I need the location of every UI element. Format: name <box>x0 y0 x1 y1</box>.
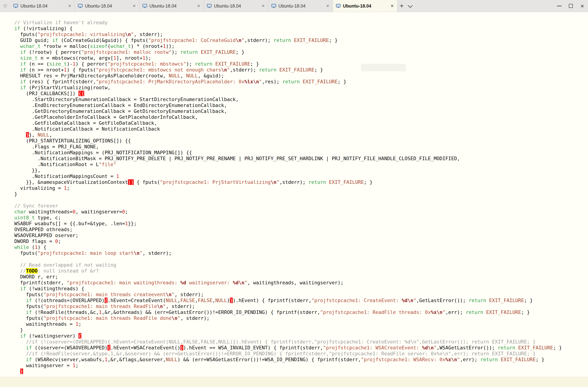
tab-label: Ubuntu-18.04 <box>149 3 194 9</box>
code-line: .NotificationCallback = NotificationCall… <box>14 126 584 132</box>
minimize-icon <box>557 6 562 6</box>
tab-5-ubuntu-18.04[interactable]: Ubuntu-18.04× <box>268 0 333 12</box>
code-line: // Sync forever <box>14 203 584 209</box>
tab-6-ubuntu-18.04[interactable]: Ubuntu-18.04× <box>333 0 397 12</box>
vm-monitor-icon <box>142 3 147 8</box>
tab-4-ubuntu-18.04[interactable]: Ubuntu-18.04× <box>204 0 268 12</box>
code-line: size_t n = mbstowcs(rootw, argv[1], nroo… <box>14 55 584 61</box>
code-line: virtualizing = 1; <box>14 185 584 191</box>
code-line: waitingserver = 1; <box>14 363 584 368</box>
code-line: if (n == (size_t)-1) { perror("projfstcp… <box>14 61 584 67</box>
vm-monitor-icon <box>13 3 18 8</box>
app-icon <box>0 0 10 12</box>
code-line: WSAOVERLAPPED oserver; <box>14 232 584 238</box>
minimize-button[interactable] <box>554 0 565 12</box>
vm-monitor-icon <box>78 3 83 8</box>
code-line: fputs("projfstcpcache1: main threads cre… <box>14 292 584 298</box>
code-line: fprintf(stderr, "projfstcpcache1: main w… <box>14 280 584 286</box>
tab-3-ubuntu-18.04[interactable]: Ubuntu-18.04× <box>139 0 204 12</box>
plus-icon: + <box>400 2 403 10</box>
code-line: } <box>14 368 584 374</box>
code-line: if (WSARecv(server,wsabufs,1,&r,&flags,&… <box>14 357 584 363</box>
code-line: .EndDirectoryEnumerationCallback = EndDi… <box>14 102 584 108</box>
code-line: if (!(othreads=(OVERLAPPED){.hEvent=Crea… <box>14 298 584 303</box>
tab-strip: Ubuntu-18.04×Ubuntu-18.04×Ubuntu-18.04×U… <box>10 0 397 12</box>
code-line <box>14 197 584 203</box>
code-line: uint8_t type, c; <box>14 215 584 220</box>
code-line: if (res) { fprintf(stderr,"projfstcpcach… <box>14 79 584 85</box>
code-line: if (PrjStartVirtualizing(rootw, <box>14 85 584 90</box>
bottom-strip <box>0 377 588 387</box>
maximize-button[interactable] <box>565 0 577 12</box>
code-line: WSABUF wsabufs[] = {{.buf=&type, .len=1}… <box>14 220 584 226</box>
code-line: fputs("projfstcpcache1: main loop start\… <box>14 250 584 256</box>
tab-label: Ubuntu-18.04 <box>21 3 65 9</box>
close-icon: × <box>581 3 584 9</box>
code-line: .Flags = PRJ_FLAG_NONE, <box>14 144 584 150</box>
code-line: if (!waitingserver) { <box>14 333 584 339</box>
tab-close-icon[interactable]: × <box>197 3 201 8</box>
vm-monitor-icon <box>207 3 212 8</box>
code-line: .StartDirectoryEnumerationCallback = Sta… <box>14 96 584 102</box>
maximize-icon <box>569 4 573 8</box>
code-line: if (!ReadFile(threads,&c,1,&r,&othreads)… <box>14 309 584 315</box>
tab-close-icon[interactable]: × <box>261 3 265 8</box>
code-line: //if (!ReadFile(server,&type,1,&r,&oserv… <box>14 351 584 357</box>
code-line: .NotificationMappings = (PRJ_NOTIFICATIO… <box>14 150 584 155</box>
code-line: fputs("projfstcpcache1: main threads Rea… <box>14 315 584 321</box>
tab-bar: Ubuntu-18.04×Ubuntu-18.04×Ubuntu-18.04×U… <box>0 0 588 12</box>
code-line: if ((oserver=(WSAOVERLAPPED){.hEvent=WSA… <box>14 345 584 351</box>
tab-label: Ubuntu-18.04 <box>85 3 130 9</box>
code-line: OVERLAPPED othreads; <box>14 226 584 232</box>
code-line: char waitingthreads=0, waitingserver=0; <box>14 209 584 215</box>
code-line: //TODO: null instead of &r? <box>14 268 584 274</box>
code-line: if (!waitingthreads) { <box>14 286 584 292</box>
code-line: if (!rootw) { perror("projfstcpcache1: m… <box>14 49 584 55</box>
code-line: .NotificationMappingsCount = 1 <box>14 173 584 179</box>
heart-icon <box>3 3 7 8</box>
code-line: waitingthreads = 1; <box>14 321 584 327</box>
vm-monitor-icon <box>271 3 276 8</box>
ghost-overlay <box>361 64 406 71</box>
vm-monitor-icon <box>336 3 341 8</box>
code-line: }}, &namespaceVirtualizationContext)) { … <box>14 179 584 185</box>
code-line: .GetDirectoryEnumerationCallback = GetDi… <box>14 108 584 114</box>
tab-close-icon[interactable]: × <box>132 3 136 8</box>
close-button[interactable]: × <box>577 0 588 12</box>
code-line: .NotificationRoot = L"file" <box>14 161 584 167</box>
code-line: (PRJ_CALLBACKS[]) {{ <box>14 90 584 96</box>
tab-1-ubuntu-18.04[interactable]: Ubuntu-18.04× <box>10 0 75 12</box>
code-line: if (n >= nroot+1) { fputs("projfstcpcach… <box>14 67 584 73</box>
code-line: if (!virtualizing) { <box>14 25 584 31</box>
code-line: fputs("projfstcpcache1: main threads Rea… <box>14 303 584 309</box>
tab-label: Ubuntu-18.04 <box>343 3 388 9</box>
code-line: .NotificationBitMask = PRJ_NOTIFY_PRE_DE… <box>14 155 584 161</box>
code-line: } <box>14 327 584 333</box>
code-line: wchar_t *rootw = malloc(sizeof(wchar_t) … <box>14 43 584 49</box>
code-line: }}, <box>14 167 584 173</box>
tab-label: Ubuntu-18.04 <box>278 3 323 9</box>
chevron-down-icon <box>408 3 413 8</box>
code-line: //if (!(oserver=(OVERLAPPED){.hEvent=Cre… <box>14 339 584 345</box>
tab-close-icon[interactable]: × <box>390 3 394 8</box>
code-line: fputs("projfstcpcache1: virtualizing\n",… <box>14 31 584 37</box>
code-line: } <box>14 191 584 197</box>
code-line: }}, NULL, <box>14 132 584 138</box>
code-line: // Virtualize if haven't already <box>14 20 584 25</box>
tab-menu-button[interactable] <box>406 0 415 12</box>
tab-label: Ubuntu-18.04 <box>214 3 259 9</box>
code-line: DWORD r, err; <box>14 274 584 280</box>
code-line: while (1) { <box>14 244 584 250</box>
code-line: GUID guid; if (CoCreateGuid(&guid)) { fp… <box>14 37 584 43</box>
tab-close-icon[interactable]: × <box>326 3 330 8</box>
code-line: HRESULT res = PrjMarkDirectoryAsPlacehol… <box>14 73 584 79</box>
tab-close-icon[interactable]: × <box>67 3 72 8</box>
new-tab-button[interactable]: + <box>397 0 406 12</box>
window-controls: × <box>554 0 588 12</box>
tab-2-ubuntu-18.04[interactable]: Ubuntu-18.04× <box>75 0 139 12</box>
code-line: // Read overlapped if not waiting <box>14 262 584 268</box>
code-line: DWORD flags = 0; <box>14 238 584 244</box>
code-line: .GetPlaceholderInfoCallback = GetPlaceho… <box>14 114 584 120</box>
code-editor[interactable]: // Virtualize if haven't alreadyif (!vir… <box>0 12 588 377</box>
code-line: .GetFileDataCallback = GetFileDataCallba… <box>14 120 584 126</box>
